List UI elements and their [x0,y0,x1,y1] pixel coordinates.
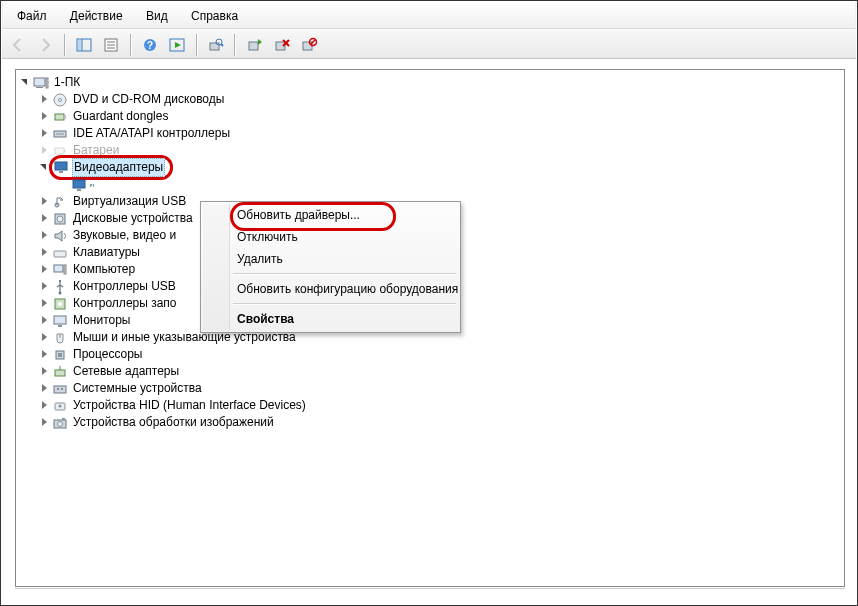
expander-icon[interactable] [39,366,50,377]
svg-marker-15 [258,39,262,45]
disk-icon [52,211,68,227]
update-driver-button[interactable] [243,33,267,57]
pc-icon [52,262,68,278]
tree-node[interactable]: Устройства HID (Human Interface Devices) [39,397,844,414]
expander-icon[interactable] [39,417,50,428]
expander-icon[interactable] [39,230,50,241]
scan-play-button[interactable] [165,33,189,57]
help-icon: ? [142,37,158,53]
svg-rect-19 [303,42,312,50]
menu-file[interactable]: Файл [7,3,57,31]
help-button[interactable]: ? [138,33,162,57]
expander-icon[interactable] [39,383,50,394]
expander-icon[interactable] [39,162,50,173]
monitor-icon [52,313,68,329]
svg-text:?: ? [147,40,153,51]
disable-button[interactable] [297,33,321,57]
expander-icon[interactable] [39,128,50,139]
hid-icon [52,398,68,414]
svg-rect-56 [55,370,65,376]
svg-point-60 [61,388,63,390]
uninstall-button[interactable] [270,33,294,57]
usb-icon [52,279,68,295]
nav-back-button [6,33,30,57]
play-panel-icon [169,37,185,53]
svg-rect-27 [55,114,64,120]
svg-rect-31 [55,148,64,154]
dongle-icon [52,109,68,125]
sys-icon [52,381,68,397]
kbd-icon [52,245,68,261]
cpu-icon [52,347,68,363]
svg-point-50 [58,302,62,306]
tree-node[interactable]: Устройства обработки изображений [39,414,844,431]
context-separator [233,303,456,305]
svg-rect-48 [59,280,61,282]
context-menu-item[interactable]: Обновить конфигурацию оборудования [203,278,458,300]
expander-icon[interactable] [39,111,50,122]
expander-icon[interactable] [39,332,50,343]
svg-point-47 [59,291,62,294]
properties-button[interactable] [99,33,123,57]
ide-icon [52,126,68,142]
svg-rect-45 [54,265,63,272]
expander-icon[interactable] [39,213,50,224]
status-bar [15,588,845,601]
svg-rect-55 [58,353,62,357]
expander-icon[interactable] [39,145,50,156]
tree-node[interactable]: Процессоры [39,346,844,363]
tree-node[interactable]: Батареи [39,142,844,159]
expander-icon[interactable] [39,264,50,275]
expander-icon[interactable] [39,349,50,360]
scan-hardware-button[interactable] [204,33,228,57]
uninstall-icon [274,37,290,53]
expander-icon[interactable] [39,298,50,309]
tree-node[interactable]: DVD и CD-ROM дисководы [39,91,844,108]
context-menu-item[interactable]: Удалить [203,248,458,270]
panel-icon [76,37,92,53]
svg-rect-51 [54,316,66,324]
menu-action[interactable]: Действие [60,3,133,31]
svg-rect-14 [249,42,258,50]
expander-icon[interactable] [39,196,50,207]
svg-rect-28 [64,115,66,119]
context-menu-item[interactable]: Свойства [203,308,458,330]
expander-icon[interactable] [39,400,50,411]
svg-rect-23 [46,78,48,88]
tree-node[interactable]: IDE ATA/ATAPI контроллеры [39,125,844,142]
device-tree[interactable]: 1-ПК DVD и CD-ROM дисководыGuardant dong… [16,70,844,91]
tree-node[interactable]: Сетевые адаптеры [39,363,844,380]
expander-icon[interactable] [39,94,50,105]
svg-rect-36 [77,189,81,191]
menu-help[interactable]: Справка [181,3,248,31]
net-icon [52,364,68,380]
tree-node[interactable]: Видеоадаптеры [39,159,844,176]
nav-fwd-button [33,33,57,57]
tree-node-label: Устройства обработки изображений [71,413,276,432]
svg-point-26 [59,98,62,101]
svg-rect-34 [59,171,63,173]
svg-point-64 [58,421,63,426]
svg-point-62 [59,404,62,407]
toolbar: ? [2,29,856,59]
tree-node[interactable]: Системные устройства [39,380,844,397]
svg-rect-33 [55,162,67,170]
tree-node[interactable] [58,176,844,193]
svg-rect-46 [64,265,66,274]
svg-rect-41 [54,251,66,257]
display-icon [71,177,87,193]
svg-line-13 [221,44,223,46]
menu-view[interactable]: Вид [136,3,178,31]
expander-icon[interactable] [20,77,31,88]
display-icon [53,159,69,175]
expander-icon[interactable] [39,315,50,326]
show-hide-tree-button[interactable] [72,33,96,57]
expander-icon[interactable] [39,247,50,258]
expander-icon[interactable] [39,281,50,292]
root-node[interactable]: 1-ПК [20,74,844,91]
bat-icon [52,143,68,159]
mouse-icon [52,330,68,346]
computer-icon [33,75,49,91]
tree-node[interactable]: Guardant dongles [39,108,844,125]
svg-rect-22 [34,78,45,86]
